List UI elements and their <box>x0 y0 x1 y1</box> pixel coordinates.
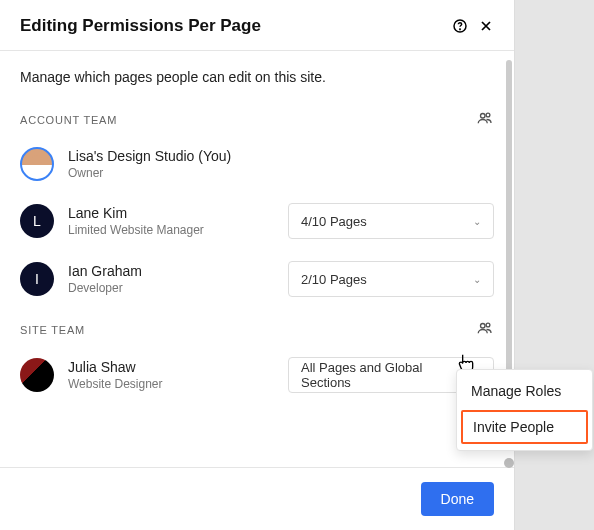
pages-value: All Pages and Global Sections <box>301 360 473 390</box>
chevron-down-icon: ⌄ <box>473 216 481 227</box>
avatar: L <box>20 204 54 238</box>
help-icon[interactable] <box>452 18 468 34</box>
add-people-icon[interactable] <box>476 319 494 341</box>
close-icon[interactable] <box>478 18 494 34</box>
member-row-julia: Julia Shaw Website Designer All Pages an… <box>20 357 494 393</box>
avatar: I <box>20 262 54 296</box>
svg-point-1 <box>460 29 461 30</box>
member-row-ian: I Ian Graham Developer 2/10 Pages ⌄ <box>20 261 494 297</box>
modal-description: Manage which pages people can edit on th… <box>20 69 494 85</box>
svg-point-3 <box>486 113 490 117</box>
modal-title: Editing Permissions Per Page <box>20 16 261 36</box>
done-button[interactable]: Done <box>421 482 494 516</box>
member-row-lisa: Lisa's Design Studio (You) Owner <box>20 147 494 181</box>
member-name: Julia Shaw <box>68 359 274 375</box>
pages-select-ian[interactable]: 2/10 Pages ⌄ <box>288 261 494 297</box>
site-team-header: SITE TEAM <box>20 319 494 341</box>
menu-invite-people[interactable]: Invite People <box>461 410 588 444</box>
pages-select-lane[interactable]: 4/10 Pages ⌄ <box>288 203 494 239</box>
permissions-modal: Editing Permissions Per Page Manage whic… <box>0 0 515 530</box>
account-team-label: ACCOUNT TEAM <box>20 114 117 126</box>
member-info: Lisa's Design Studio (You) Owner <box>68 148 494 180</box>
member-name: Ian Graham <box>68 263 274 279</box>
site-team-label: SITE TEAM <box>20 324 85 336</box>
member-role: Limited Website Manager <box>68 223 274 237</box>
svg-point-2 <box>481 114 486 119</box>
account-team-header: ACCOUNT TEAM <box>20 109 494 131</box>
member-role: Website Designer <box>68 377 274 391</box>
scrollbar-handle[interactable] <box>504 458 514 468</box>
menu-manage-roles[interactable]: Manage Roles <box>457 374 592 408</box>
header-actions <box>452 18 494 34</box>
member-role: Developer <box>68 281 274 295</box>
member-name: Lane Kim <box>68 205 274 221</box>
member-name: Lisa's Design Studio (You) <box>68 148 494 164</box>
member-info: Julia Shaw Website Designer <box>68 359 274 391</box>
chevron-down-icon: ⌄ <box>473 274 481 285</box>
member-row-lane: L Lane Kim Limited Website Manager 4/10 … <box>20 203 494 239</box>
modal-body: Manage which pages people can edit on th… <box>0 51 514 467</box>
people-icon[interactable] <box>476 109 494 131</box>
pages-value: 4/10 Pages <box>301 214 367 229</box>
svg-point-5 <box>486 323 490 327</box>
pages-value: 2/10 Pages <box>301 272 367 287</box>
avatar <box>20 358 54 392</box>
modal-footer: Done <box>0 467 514 530</box>
member-info: Ian Graham Developer <box>68 263 274 295</box>
member-info: Lane Kim Limited Website Manager <box>68 205 274 237</box>
modal-header: Editing Permissions Per Page <box>0 0 514 51</box>
svg-point-4 <box>481 324 486 329</box>
member-role: Owner <box>68 166 494 180</box>
avatar <box>20 147 54 181</box>
team-dropdown-menu: Manage Roles Invite People <box>456 369 593 451</box>
